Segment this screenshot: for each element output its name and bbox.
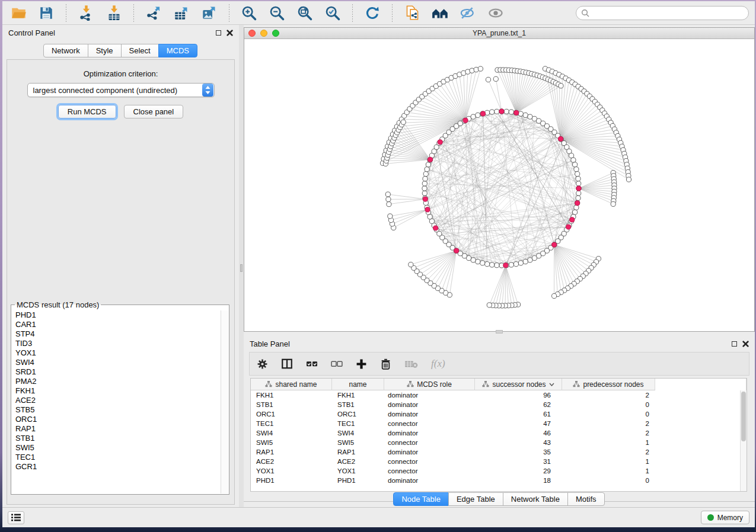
table-row[interactable]: ACE2ACE2connector311	[251, 457, 747, 466]
horizontal-splitter-handle[interactable]	[496, 330, 503, 334]
zoom-in-button[interactable]	[239, 4, 259, 22]
mcds-result-item[interactable]: GCR1	[12, 462, 221, 472]
column-header-predecessor-nodes[interactable]: predecessor nodes	[562, 379, 655, 390]
table-cell: 0	[562, 400, 655, 409]
table-row[interactable]: TEC1TEC1connector472	[251, 419, 747, 428]
export-network-button[interactable]	[143, 4, 164, 22]
table-row[interactable]: RAP1RAP1dominator352	[251, 447, 747, 457]
control-panel-float-button[interactable]	[216, 30, 221, 36]
splitter-handle[interactable]	[240, 264, 243, 272]
memory-button[interactable]: Memory	[701, 511, 749, 524]
hide-selected-eye-slash-icon	[460, 5, 476, 21]
mcds-result-item[interactable]: TEC1	[12, 453, 221, 462]
mcds-result-item[interactable]: RAP1	[12, 424, 221, 434]
table-panel-header: Table Panel	[244, 338, 755, 350]
add-column-button[interactable]	[356, 358, 367, 370]
column-header-shared-name[interactable]: shared name	[251, 379, 332, 390]
table-scrollbar-thumb[interactable]	[741, 392, 746, 441]
column-header-MCDS-role[interactable]: MCDS role	[384, 379, 475, 390]
tab-motifs[interactable]: Motifs	[567, 492, 605, 506]
memory-label: Memory	[717, 514, 743, 522]
table-row[interactable]: ORC1ORC1dominator610	[251, 409, 747, 419]
table-cell: 47	[475, 419, 562, 428]
export-image-button[interactable]	[199, 4, 219, 22]
panel-splitter[interactable]	[239, 25, 244, 507]
tab-node-table[interactable]: Node Table	[393, 492, 449, 506]
tab-network[interactable]: Network	[43, 44, 88, 57]
tab-style[interactable]: Style	[88, 44, 122, 57]
mcds-result-item[interactable]: PHD1	[12, 310, 221, 320]
open-session-button[interactable]	[8, 4, 28, 22]
delete-column-button[interactable]	[380, 358, 391, 370]
table-row[interactable]: SWI4SWI4dominator462	[251, 428, 747, 438]
import-network-button[interactable]	[76, 4, 96, 22]
mcds-result-item[interactable]: ACE2	[12, 396, 221, 405]
table-cell: 1	[562, 466, 655, 476]
column-header-name[interactable]: name	[332, 379, 384, 390]
mcds-result-item[interactable]: STB5	[12, 405, 221, 415]
table-row[interactable]: YOX1YOX1connector291	[251, 466, 747, 476]
control-panel-close-button[interactable]	[227, 30, 233, 36]
attribute-tree-icon	[573, 381, 580, 387]
close-icon	[227, 30, 233, 36]
mcds-result-item[interactable]: FKH1	[12, 386, 221, 396]
zoom-selected-button[interactable]	[323, 4, 343, 22]
export-table-button[interactable]	[171, 4, 192, 22]
table-cell: 62	[475, 400, 562, 409]
mcds-result-scrollbar[interactable]	[221, 310, 228, 493]
network-canvas[interactable]	[244, 39, 754, 331]
show-all-button[interactable]	[486, 4, 506, 22]
table-row[interactable]: STB1STB1dominator620	[251, 400, 747, 409]
right-pane: YPA_prune.txt_1 Table Panel	[244, 25, 755, 507]
column-header-successor-nodes[interactable]: successor nodes	[475, 379, 562, 390]
close-panel-button[interactable]: Close panel	[124, 105, 184, 118]
refresh-button[interactable]	[362, 4, 382, 22]
mcds-result-item[interactable]: STB1	[12, 434, 221, 443]
show-columns-button[interactable]	[281, 358, 293, 370]
mcds-result-item[interactable]: SRD1	[12, 367, 221, 377]
search-icon	[581, 9, 589, 17]
mcds-result-item[interactable]: PMA2	[12, 377, 221, 386]
mcds-result-item[interactable]: SWI5	[12, 443, 221, 453]
zoom-fit-icon	[296, 5, 313, 21]
zoom-out-button[interactable]	[267, 4, 287, 22]
tab-edge-table[interactable]: Edge Table	[448, 492, 503, 506]
table-panel-float-button[interactable]	[732, 341, 737, 347]
tab-mcds[interactable]: MCDS	[158, 44, 197, 57]
table-row[interactable]: SWI5SWI5connector431	[251, 438, 747, 447]
column-label: shared name	[275, 380, 317, 389]
table-row[interactable]: FKH1FKH1dominator962	[251, 390, 747, 400]
table-settings-button[interactable]	[257, 358, 268, 370]
delete-table-button[interactable]	[404, 359, 418, 369]
optimization-criterion-select[interactable]: largest connected component (undirected)	[27, 83, 215, 97]
hide-selected-button[interactable]	[458, 4, 478, 22]
first-neighbors-button[interactable]	[430, 4, 450, 22]
table-cell: YOX1	[251, 466, 332, 476]
search-input[interactable]	[592, 9, 744, 17]
mcds-result-item[interactable]: SWI4	[12, 358, 221, 367]
close-icon	[742, 341, 749, 347]
table-row[interactable]: PHD1PHD1dominator180	[251, 476, 747, 485]
mcds-result-item[interactable]: YOX1	[12, 348, 221, 358]
duplicate-network-button[interactable]	[402, 4, 422, 22]
mcds-panel-content: Optimization criterion: largest connecte…	[7, 59, 235, 505]
table-cell: 29	[475, 466, 562, 476]
select-all-rows-button[interactable]	[306, 358, 318, 370]
mcds-result-item[interactable]: CAR1	[12, 320, 221, 329]
import-table-button[interactable]	[104, 4, 124, 22]
run-mcds-button[interactable]: Run MCDS	[58, 105, 116, 118]
row-filler	[655, 466, 747, 476]
tab-network-table[interactable]: Network Table	[503, 492, 568, 506]
mcds-result-item[interactable]: ORC1	[12, 415, 221, 424]
function-builder-button[interactable]: f(x)	[431, 358, 445, 370]
mcds-result-item[interactable]: STP4	[12, 329, 221, 339]
network-window-titlebar[interactable]: YPA_prune.txt_1	[244, 28, 754, 39]
table-scrollbar[interactable]	[740, 390, 747, 491]
show-panels-button[interactable]	[8, 511, 24, 524]
table-panel-close-button[interactable]	[742, 341, 749, 347]
tab-select[interactable]: Select	[121, 44, 159, 57]
deselect-all-rows-button[interactable]	[331, 358, 343, 370]
mcds-result-item[interactable]: TID3	[12, 339, 221, 348]
save-session-button[interactable]	[36, 4, 56, 22]
zoom-fit-button[interactable]	[295, 4, 315, 22]
